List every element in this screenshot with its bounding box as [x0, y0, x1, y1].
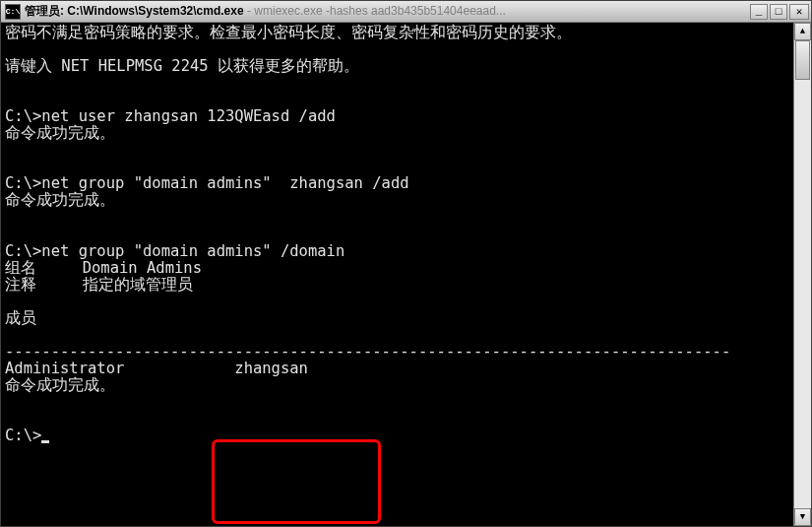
cmd-icon: C:\ [5, 4, 21, 20]
title-prefix: 管理员: [25, 4, 67, 18]
titlebar-text: 管理员: C:\Windows\System32\cmd.exe - wmiex… [25, 3, 750, 20]
terminal-area: 密码不满足密码策略的要求。检查最小密码长度、密码复杂性和密码历史的要求。 请键入… [1, 23, 811, 526]
terminal-output[interactable]: 密码不满足密码策略的要求。检查最小密码长度、密码复杂性和密码历史的要求。 请键入… [1, 23, 793, 526]
minimize-button[interactable]: _ [750, 4, 768, 20]
titlebar[interactable]: C:\ 管理员: C:\Windows\System32\cmd.exe - w… [1, 1, 811, 23]
maximize-button[interactable]: □ [770, 4, 787, 20]
scroll-down-button[interactable]: ▼ [794, 508, 811, 526]
scroll-up-button[interactable]: ▲ [794, 23, 811, 40]
window-frame: C:\ 管理员: C:\Windows\System32\cmd.exe - w… [0, 0, 812, 527]
highlight-box [212, 439, 381, 524]
scroll-thumb[interactable] [795, 40, 810, 80]
window-controls: _ □ ✕ [750, 4, 809, 20]
scrollbar[interactable]: ▲ ▼ [793, 23, 811, 526]
title-args: - wmiexec.exe -hashes aad3b435b51404eeaa… [244, 4, 506, 18]
cursor [41, 440, 49, 443]
terminal-text: 密码不满足密码策略的要求。检查最小密码长度、密码复杂性和密码历史的要求。 请键入… [5, 24, 730, 444]
close-button[interactable]: ✕ [789, 4, 809, 20]
scroll-track[interactable] [794, 40, 811, 508]
title-path: C:\Windows\System32\cmd.exe [67, 4, 243, 18]
